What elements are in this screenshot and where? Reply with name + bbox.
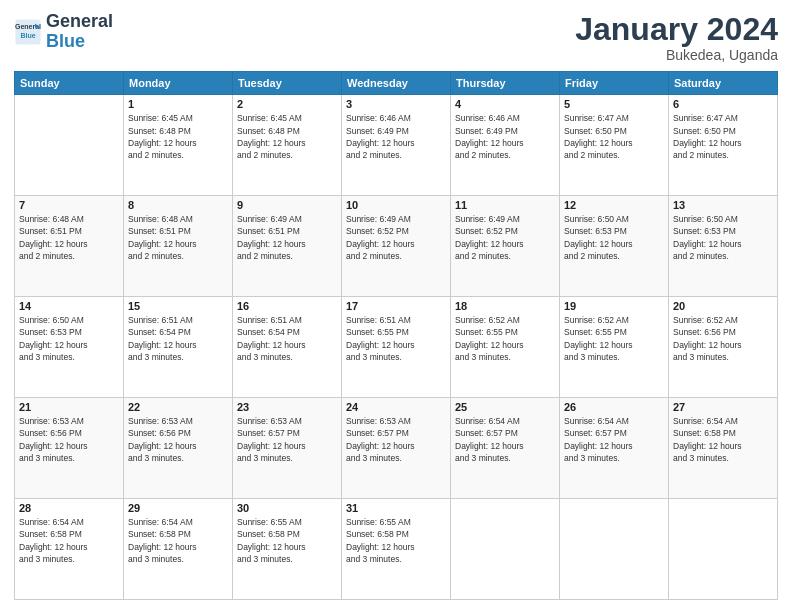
day-cell: 23Sunrise: 6:53 AMSunset: 6:57 PMDayligh… bbox=[233, 398, 342, 499]
day-info: Sunrise: 6:50 AMSunset: 6:53 PMDaylight:… bbox=[19, 314, 119, 363]
day-cell: 22Sunrise: 6:53 AMSunset: 6:56 PMDayligh… bbox=[124, 398, 233, 499]
svg-text:Blue: Blue bbox=[20, 31, 35, 38]
day-cell: 8Sunrise: 6:48 AMSunset: 6:51 PMDaylight… bbox=[124, 196, 233, 297]
col-saturday: Saturday bbox=[669, 72, 778, 95]
day-cell: 27Sunrise: 6:54 AMSunset: 6:58 PMDayligh… bbox=[669, 398, 778, 499]
day-info: Sunrise: 6:53 AMSunset: 6:56 PMDaylight:… bbox=[128, 415, 228, 464]
day-number: 2 bbox=[237, 98, 337, 110]
day-number: 10 bbox=[346, 199, 446, 211]
day-cell: 15Sunrise: 6:51 AMSunset: 6:54 PMDayligh… bbox=[124, 297, 233, 398]
day-number: 22 bbox=[128, 401, 228, 413]
day-number: 19 bbox=[564, 300, 664, 312]
col-monday: Monday bbox=[124, 72, 233, 95]
day-info: Sunrise: 6:53 AMSunset: 6:57 PMDaylight:… bbox=[237, 415, 337, 464]
day-info: Sunrise: 6:52 AMSunset: 6:56 PMDaylight:… bbox=[673, 314, 773, 363]
day-info: Sunrise: 6:53 AMSunset: 6:57 PMDaylight:… bbox=[346, 415, 446, 464]
day-cell: 16Sunrise: 6:51 AMSunset: 6:54 PMDayligh… bbox=[233, 297, 342, 398]
day-info: Sunrise: 6:54 AMSunset: 6:57 PMDaylight:… bbox=[455, 415, 555, 464]
day-info: Sunrise: 6:51 AMSunset: 6:54 PMDaylight:… bbox=[128, 314, 228, 363]
day-number: 4 bbox=[455, 98, 555, 110]
day-number: 20 bbox=[673, 300, 773, 312]
col-thursday: Thursday bbox=[451, 72, 560, 95]
day-info: Sunrise: 6:46 AMSunset: 6:49 PMDaylight:… bbox=[455, 112, 555, 161]
day-cell: 7Sunrise: 6:48 AMSunset: 6:51 PMDaylight… bbox=[15, 196, 124, 297]
day-info: Sunrise: 6:45 AMSunset: 6:48 PMDaylight:… bbox=[237, 112, 337, 161]
day-number: 8 bbox=[128, 199, 228, 211]
day-cell: 28Sunrise: 6:54 AMSunset: 6:58 PMDayligh… bbox=[15, 499, 124, 600]
day-info: Sunrise: 6:48 AMSunset: 6:51 PMDaylight:… bbox=[128, 213, 228, 262]
logo-icon: General Blue bbox=[14, 18, 42, 46]
day-info: Sunrise: 6:49 AMSunset: 6:52 PMDaylight:… bbox=[346, 213, 446, 262]
day-number: 17 bbox=[346, 300, 446, 312]
day-info: Sunrise: 6:50 AMSunset: 6:53 PMDaylight:… bbox=[564, 213, 664, 262]
day-cell: 19Sunrise: 6:52 AMSunset: 6:55 PMDayligh… bbox=[560, 297, 669, 398]
week-row-0: 1Sunrise: 6:45 AMSunset: 6:48 PMDaylight… bbox=[15, 95, 778, 196]
day-cell bbox=[669, 499, 778, 600]
day-info: Sunrise: 6:54 AMSunset: 6:58 PMDaylight:… bbox=[128, 516, 228, 565]
day-info: Sunrise: 6:52 AMSunset: 6:55 PMDaylight:… bbox=[455, 314, 555, 363]
day-info: Sunrise: 6:55 AMSunset: 6:58 PMDaylight:… bbox=[237, 516, 337, 565]
day-cell: 9Sunrise: 6:49 AMSunset: 6:51 PMDaylight… bbox=[233, 196, 342, 297]
day-number: 14 bbox=[19, 300, 119, 312]
day-cell: 17Sunrise: 6:51 AMSunset: 6:55 PMDayligh… bbox=[342, 297, 451, 398]
day-info: Sunrise: 6:47 AMSunset: 6:50 PMDaylight:… bbox=[564, 112, 664, 161]
day-info: Sunrise: 6:52 AMSunset: 6:55 PMDaylight:… bbox=[564, 314, 664, 363]
day-number: 29 bbox=[128, 502, 228, 514]
col-friday: Friday bbox=[560, 72, 669, 95]
col-sunday: Sunday bbox=[15, 72, 124, 95]
day-info: Sunrise: 6:55 AMSunset: 6:58 PMDaylight:… bbox=[346, 516, 446, 565]
day-number: 12 bbox=[564, 199, 664, 211]
day-cell: 18Sunrise: 6:52 AMSunset: 6:55 PMDayligh… bbox=[451, 297, 560, 398]
week-row-2: 14Sunrise: 6:50 AMSunset: 6:53 PMDayligh… bbox=[15, 297, 778, 398]
day-cell: 10Sunrise: 6:49 AMSunset: 6:52 PMDayligh… bbox=[342, 196, 451, 297]
day-cell: 31Sunrise: 6:55 AMSunset: 6:58 PMDayligh… bbox=[342, 499, 451, 600]
day-cell: 12Sunrise: 6:50 AMSunset: 6:53 PMDayligh… bbox=[560, 196, 669, 297]
logo-text-blue: Blue bbox=[46, 32, 113, 52]
day-cell: 14Sunrise: 6:50 AMSunset: 6:53 PMDayligh… bbox=[15, 297, 124, 398]
col-wednesday: Wednesday bbox=[342, 72, 451, 95]
day-number: 13 bbox=[673, 199, 773, 211]
day-info: Sunrise: 6:51 AMSunset: 6:54 PMDaylight:… bbox=[237, 314, 337, 363]
day-number: 6 bbox=[673, 98, 773, 110]
day-cell: 30Sunrise: 6:55 AMSunset: 6:58 PMDayligh… bbox=[233, 499, 342, 600]
header: General Blue General Blue January 2024 B… bbox=[14, 12, 778, 63]
day-cell: 4Sunrise: 6:46 AMSunset: 6:49 PMDaylight… bbox=[451, 95, 560, 196]
day-cell: 13Sunrise: 6:50 AMSunset: 6:53 PMDayligh… bbox=[669, 196, 778, 297]
day-info: Sunrise: 6:54 AMSunset: 6:57 PMDaylight:… bbox=[564, 415, 664, 464]
day-cell: 21Sunrise: 6:53 AMSunset: 6:56 PMDayligh… bbox=[15, 398, 124, 499]
day-number: 11 bbox=[455, 199, 555, 211]
day-cell bbox=[451, 499, 560, 600]
day-cell bbox=[15, 95, 124, 196]
calendar-table: Sunday Monday Tuesday Wednesday Thursday… bbox=[14, 71, 778, 600]
day-number: 24 bbox=[346, 401, 446, 413]
day-info: Sunrise: 6:49 AMSunset: 6:51 PMDaylight:… bbox=[237, 213, 337, 262]
day-number: 18 bbox=[455, 300, 555, 312]
week-row-3: 21Sunrise: 6:53 AMSunset: 6:56 PMDayligh… bbox=[15, 398, 778, 499]
day-number: 31 bbox=[346, 502, 446, 514]
day-number: 15 bbox=[128, 300, 228, 312]
day-number: 25 bbox=[455, 401, 555, 413]
day-info: Sunrise: 6:48 AMSunset: 6:51 PMDaylight:… bbox=[19, 213, 119, 262]
day-number: 30 bbox=[237, 502, 337, 514]
day-cell: 11Sunrise: 6:49 AMSunset: 6:52 PMDayligh… bbox=[451, 196, 560, 297]
logo: General Blue General Blue bbox=[14, 12, 113, 52]
day-cell: 26Sunrise: 6:54 AMSunset: 6:57 PMDayligh… bbox=[560, 398, 669, 499]
day-number: 27 bbox=[673, 401, 773, 413]
calendar-subtitle: Bukedea, Uganda bbox=[575, 47, 778, 63]
day-cell: 6Sunrise: 6:47 AMSunset: 6:50 PMDaylight… bbox=[669, 95, 778, 196]
day-info: Sunrise: 6:46 AMSunset: 6:49 PMDaylight:… bbox=[346, 112, 446, 161]
day-info: Sunrise: 6:47 AMSunset: 6:50 PMDaylight:… bbox=[673, 112, 773, 161]
day-number: 1 bbox=[128, 98, 228, 110]
day-number: 3 bbox=[346, 98, 446, 110]
day-cell: 5Sunrise: 6:47 AMSunset: 6:50 PMDaylight… bbox=[560, 95, 669, 196]
day-info: Sunrise: 6:50 AMSunset: 6:53 PMDaylight:… bbox=[673, 213, 773, 262]
day-number: 28 bbox=[19, 502, 119, 514]
day-number: 9 bbox=[237, 199, 337, 211]
day-number: 16 bbox=[237, 300, 337, 312]
day-cell: 29Sunrise: 6:54 AMSunset: 6:58 PMDayligh… bbox=[124, 499, 233, 600]
title-block: January 2024 Bukedea, Uganda bbox=[575, 12, 778, 63]
day-cell: 2Sunrise: 6:45 AMSunset: 6:48 PMDaylight… bbox=[233, 95, 342, 196]
week-row-4: 28Sunrise: 6:54 AMSunset: 6:58 PMDayligh… bbox=[15, 499, 778, 600]
day-info: Sunrise: 6:45 AMSunset: 6:48 PMDaylight:… bbox=[128, 112, 228, 161]
day-info: Sunrise: 6:54 AMSunset: 6:58 PMDaylight:… bbox=[19, 516, 119, 565]
